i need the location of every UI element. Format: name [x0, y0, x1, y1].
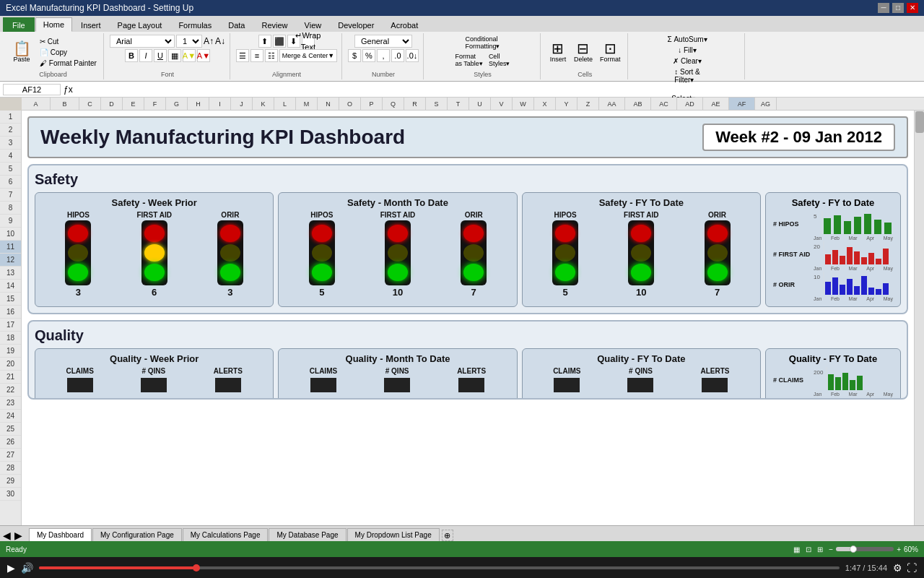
maximize-button[interactable]: □: [892, 3, 904, 13]
sort-filter-button[interactable]: ↕ Sort &Filter▾: [672, 67, 702, 85]
sheet-tab-dropdown[interactable]: My Dropdown List Page: [347, 528, 440, 541]
fullscreen-button[interactable]: ⛶: [907, 562, 917, 574]
col-header-u[interactable]: U: [469, 98, 491, 110]
comma-button[interactable]: ,: [377, 49, 390, 62]
delete-button[interactable]: ⊟ Delete: [571, 40, 596, 64]
sheet-tab-config[interactable]: My Configuration Page: [92, 528, 182, 541]
sheet-tab-database[interactable]: My Database Page: [269, 528, 346, 541]
row-header-1[interactable]: 1: [0, 111, 21, 124]
insert-button[interactable]: ⊞ Insert: [546, 40, 570, 64]
function-wizard-button[interactable]: ƒx: [64, 85, 73, 95]
zoom-slider[interactable]: [836, 547, 894, 551]
zoom-out-button[interactable]: −: [829, 545, 833, 553]
col-header-d[interactable]: D: [101, 98, 123, 110]
sheet-tab-calculations[interactable]: My Calculations Page: [183, 528, 269, 541]
paste-button[interactable]: 📋 Paste: [7, 40, 36, 64]
col-header-j[interactable]: J: [231, 98, 253, 110]
font-color-button[interactable]: A▼: [197, 49, 210, 62]
row-header-19[interactable]: 19: [0, 345, 21, 358]
tab-data[interactable]: Data: [220, 17, 253, 32]
row-header-17[interactable]: 17: [0, 319, 21, 332]
row-header-2[interactable]: 2: [0, 124, 21, 137]
row-header-18[interactable]: 18: [0, 332, 21, 345]
font-name-select[interactable]: Arial: [110, 35, 175, 48]
fill-color-button[interactable]: A▼: [183, 49, 196, 62]
bold-button[interactable]: B: [125, 49, 138, 62]
row-header-13[interactable]: 13: [0, 267, 21, 280]
increase-font-button[interactable]: A↑: [204, 36, 214, 46]
cell-styles-button[interactable]: CellStyles▾: [487, 52, 513, 68]
cell-reference-input[interactable]: AF12: [3, 84, 61, 95]
row-header-25[interactable]: 25: [0, 423, 21, 436]
align-middle-button[interactable]: ⬛: [273, 35, 286, 48]
col-header-y[interactable]: Y: [556, 98, 578, 110]
underline-button[interactable]: U: [154, 49, 167, 62]
tab-file[interactable]: File: [3, 17, 35, 32]
video-progress-dot[interactable]: [193, 564, 200, 571]
col-header-p[interactable]: P: [361, 98, 383, 110]
decrease-font-button[interactable]: A↓: [215, 36, 225, 46]
formula-input[interactable]: [76, 85, 921, 95]
zoom-in-button[interactable]: +: [897, 545, 901, 553]
col-header-m[interactable]: M: [296, 98, 318, 110]
row-header-8[interactable]: 8: [0, 202, 21, 215]
col-header-k[interactable]: K: [253, 98, 274, 110]
tab-review[interactable]: Review: [253, 17, 295, 32]
settings-button[interactable]: ⚙: [893, 562, 902, 574]
copy-button[interactable]: 📄 Copy: [38, 48, 99, 57]
col-header-ab[interactable]: AB: [625, 98, 651, 110]
format-painter-button[interactable]: 🖌 Format Painter: [38, 59, 99, 68]
zoom-thumb[interactable]: [850, 545, 857, 553]
col-header-ag[interactable]: AG: [755, 98, 777, 110]
col-header-h[interactable]: H: [188, 98, 209, 110]
font-size-select[interactable]: 10: [176, 35, 202, 48]
row-header-11[interactable]: 11: [0, 241, 21, 254]
row-header-9[interactable]: 9: [0, 215, 21, 228]
col-header-b[interactable]: B: [51, 98, 79, 110]
row-header-15[interactable]: 15: [0, 293, 21, 306]
title-bar-controls[interactable]: ─ □ ✕: [878, 3, 918, 13]
col-header-x[interactable]: X: [534, 98, 556, 110]
col-header-a[interactable]: A: [22, 98, 51, 110]
tab-page-layout[interactable]: Page Layout: [110, 17, 170, 32]
cut-button[interactable]: ✂ Cut: [38, 37, 99, 46]
align-top-button[interactable]: ⬆: [258, 35, 271, 48]
video-progress-bar[interactable]: [39, 566, 840, 569]
italic-button[interactable]: I: [139, 49, 152, 62]
minimize-button[interactable]: ─: [878, 3, 889, 13]
row-header-21[interactable]: 21: [0, 371, 21, 384]
wrap-text-button[interactable]: ↵Wrap Text: [302, 35, 315, 48]
row-header-4[interactable]: 4: [0, 150, 21, 163]
volume-button[interactable]: 🔊: [21, 562, 33, 574]
col-header-e[interactable]: E: [123, 98, 144, 110]
col-header-i[interactable]: I: [209, 98, 231, 110]
col-header-l[interactable]: L: [274, 98, 296, 110]
merge-center-button[interactable]: Merge & Center▼: [279, 49, 337, 62]
col-header-ad[interactable]: AD: [677, 98, 703, 110]
row-header-29[interactable]: 29: [0, 475, 21, 488]
col-header-c[interactable]: C: [79, 98, 101, 110]
close-button[interactable]: ✕: [907, 3, 918, 13]
currency-button[interactable]: $: [348, 49, 361, 62]
percent-button[interactable]: %: [362, 49, 375, 62]
sheet-nav-right[interactable]: ▶: [14, 530, 22, 541]
row-header-26[interactable]: 26: [0, 436, 21, 449]
row-header-16[interactable]: 16: [0, 306, 21, 319]
sheet-tab-dashboard[interactable]: My Dashboard: [29, 528, 92, 541]
clear-button[interactable]: ✗ Clear▾: [671, 56, 704, 66]
border-button[interactable]: ▦: [168, 49, 181, 62]
row-header-12[interactable]: 12: [0, 254, 21, 267]
row-header-7[interactable]: 7: [0, 189, 21, 202]
vertical-scrollbar[interactable]: [914, 111, 924, 525]
tab-acrobat[interactable]: Acrobat: [383, 17, 426, 32]
col-header-s[interactable]: S: [426, 98, 448, 110]
align-center-button[interactable]: ≡: [250, 49, 263, 62]
align-left-button[interactable]: ☰: [236, 49, 249, 62]
fill-button[interactable]: ↓ Fill▾: [676, 46, 699, 55]
row-header-5[interactable]: 5: [0, 163, 21, 176]
scrollbar-thumb[interactable]: [915, 111, 924, 133]
col-header-f[interactable]: F: [144, 98, 166, 110]
row-header-28[interactable]: 28: [0, 462, 21, 475]
tab-insert[interactable]: Insert: [73, 17, 109, 32]
col-header-af[interactable]: AF: [729, 98, 755, 110]
